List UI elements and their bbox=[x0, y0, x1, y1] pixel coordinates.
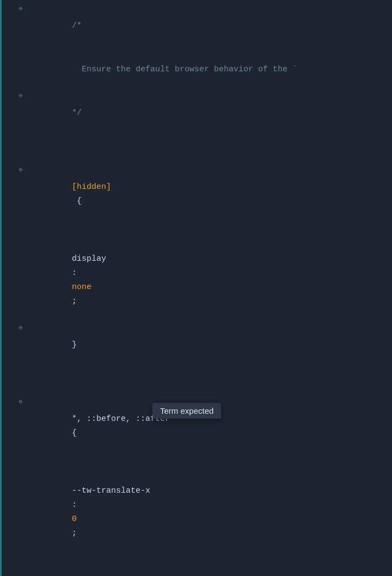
code-editor: ⊖ /* Ensure the default browser behavior… bbox=[0, 0, 392, 576]
line-content-7: display : none ; bbox=[28, 224, 392, 323]
line-content-10 bbox=[28, 383, 392, 397]
line-8: ⊖ } bbox=[0, 323, 392, 367]
gutter-3: ⊖ bbox=[0, 92, 28, 99]
indent-7 bbox=[72, 240, 91, 249]
indent-12 bbox=[72, 472, 91, 481]
line-3: ⊖ */ bbox=[0, 91, 392, 135]
code-container: ⊖ /* Ensure the default browser behavior… bbox=[0, 0, 392, 576]
prop-display: display bbox=[72, 254, 106, 264]
line-content-4 bbox=[28, 136, 392, 150]
tooltip: Term expected bbox=[152, 403, 221, 419]
line-7: display : none ; bbox=[0, 223, 392, 323]
line-6: ⊖ [hidden] { bbox=[0, 166, 392, 223]
value-0-translate-x: 0 bbox=[72, 514, 77, 524]
bracket-close-hidden: } bbox=[72, 340, 77, 350]
comment-open: /* bbox=[72, 21, 82, 30]
line-content-9 bbox=[28, 367, 392, 382]
line-content-2: Ensure the default browser behavior of t… bbox=[28, 48, 392, 91]
line-13: --tw-translate-y : 0 ; bbox=[0, 555, 392, 576]
fold-icon-6[interactable]: ⊖ bbox=[17, 166, 24, 173]
fold-icon-3[interactable]: ⊖ bbox=[17, 92, 24, 99]
line-content-13: --tw-translate-y : 0 ; bbox=[28, 556, 392, 576]
line-content-3: */ bbox=[28, 92, 392, 134]
semi-7: ; bbox=[72, 297, 77, 306]
line-12: --tw-translate-x : 0 ; bbox=[0, 455, 392, 555]
line-content-6: [hidden] { bbox=[28, 166, 392, 223]
line-content-8: } bbox=[28, 324, 392, 366]
comment-text: Ensure the default browser behavior of t… bbox=[72, 65, 297, 74]
gutter-8: ⊖ bbox=[0, 324, 28, 330]
line-10 bbox=[0, 382, 392, 397]
line-2: Ensure the default browser behavior of t… bbox=[0, 48, 392, 91]
colon-12: : bbox=[72, 500, 82, 510]
bracket-open: { bbox=[72, 197, 82, 206]
line-4 bbox=[0, 135, 392, 150]
gutter-1: ⊖ bbox=[0, 5, 28, 11]
line-content-12: --tw-translate-x : 0 ; bbox=[28, 456, 392, 555]
comment-close: */ bbox=[72, 108, 82, 118]
tooltip-text: Term expected bbox=[160, 406, 213, 415]
prop-translate-x: --tw-translate-x bbox=[72, 486, 150, 495]
fold-icon-11[interactable]: ⊖ bbox=[17, 398, 24, 405]
bracket-open-star: { bbox=[72, 428, 77, 438]
line-5 bbox=[0, 150, 392, 166]
gutter-11: ⊖ bbox=[0, 398, 28, 405]
semi-12: ; bbox=[72, 529, 77, 538]
fold-icon-1[interactable]: ⊖ bbox=[17, 5, 24, 11]
line-9 bbox=[0, 367, 392, 382]
line-content-1: /* bbox=[28, 5, 392, 47]
value-none: none bbox=[72, 283, 91, 292]
line-content-5 bbox=[28, 151, 392, 165]
fold-icon-8[interactable]: ⊖ bbox=[17, 324, 24, 330]
selector-hidden: [hidden] bbox=[72, 182, 111, 192]
colon-7: : bbox=[72, 268, 82, 278]
indent-13 bbox=[72, 572, 91, 576]
line-1: ⊖ /* bbox=[0, 4, 392, 48]
gutter-6: ⊖ bbox=[0, 166, 28, 173]
